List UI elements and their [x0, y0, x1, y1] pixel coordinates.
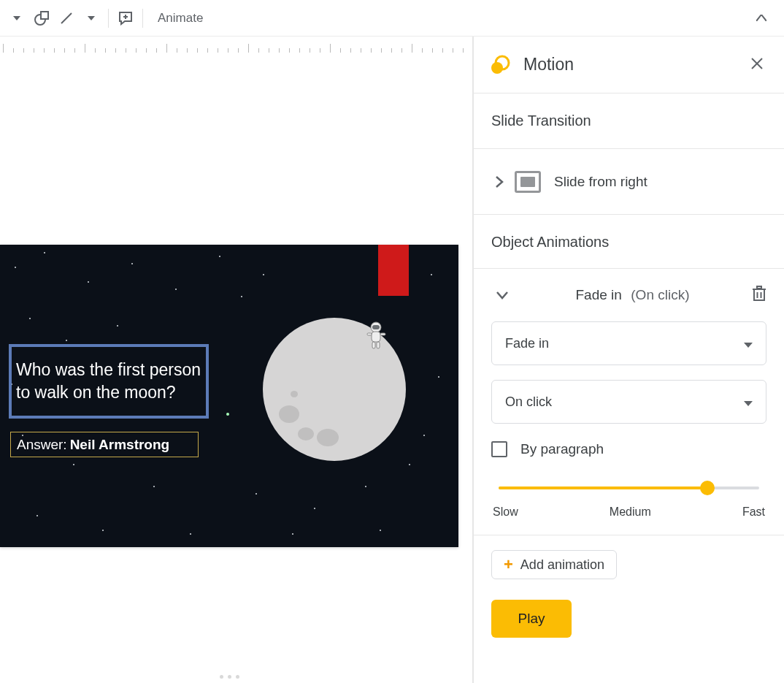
animation-name-label: Fade in: [575, 287, 621, 302]
speed-slow-label: Slow: [493, 505, 518, 519]
svg-rect-9: [380, 333, 385, 335]
question-text-box[interactable]: Who was the first person to walk on the …: [9, 344, 209, 419]
svg-rect-7: [372, 332, 380, 342]
answer-prefix: Answer:: [17, 437, 67, 453]
add-animation-label: Add animation: [520, 557, 604, 573]
animation-type-select[interactable]: Fade in: [491, 321, 766, 365]
answer-text-box[interactable]: Answer: Neil Armstrong: [10, 432, 199, 457]
motion-panel: Motion Slide Transition Slide from right…: [473, 37, 784, 683]
shape-button[interactable]: [29, 6, 54, 31]
collapse-toolbar-button[interactable]: [749, 6, 774, 31]
chevron-right-icon: [484, 175, 515, 188]
animation-type-value: Fade in: [505, 336, 549, 351]
speed-slider[interactable]: Slow Medium Fast: [491, 482, 766, 519]
svg-rect-8: [367, 333, 372, 335]
animation-trigger-select[interactable]: On click: [491, 380, 766, 424]
speaker-notes-handle[interactable]: [0, 670, 458, 683]
line-dropdown[interactable]: [79, 6, 104, 31]
question-text: Who was the first person to walk on the …: [16, 359, 201, 404]
slide-canvas-area: Who was the first person to walk on the …: [0, 37, 473, 683]
motion-icon: [490, 55, 510, 75]
panel-title: Motion: [523, 55, 574, 75]
svg-point-13: [491, 62, 503, 74]
separator: [108, 9, 109, 28]
speed-medium-label: Medium: [610, 505, 651, 519]
separator: [142, 9, 143, 28]
delete-animation-button[interactable]: [748, 281, 771, 309]
animation-trigger-label: (On click): [631, 287, 689, 302]
svg-rect-16: [754, 289, 764, 300]
red-rectangle-shape[interactable]: [378, 245, 409, 296]
dropdown-triangle-icon: [744, 394, 753, 410]
transition-row[interactable]: Slide from right: [474, 149, 784, 215]
svg-rect-1: [41, 12, 48, 19]
animate-button[interactable]: Animate: [147, 6, 213, 31]
slide-stage[interactable]: Who was the first person to walk on the …: [0, 245, 458, 547]
toolbar-dropdown-1[interactable]: [4, 6, 29, 31]
svg-rect-11: [377, 342, 380, 348]
svg-rect-10: [372, 342, 375, 348]
chevron-down-icon: [487, 291, 518, 299]
dropdown-triangle-icon: [744, 336, 753, 351]
slide-transition-heading: Slide Transition: [474, 94, 784, 149]
horizontal-ruler[interactable]: [0, 37, 472, 53]
by-paragraph-checkbox[interactable]: [491, 441, 507, 457]
slider-thumb[interactable]: [700, 481, 715, 495]
svg-line-2: [61, 13, 72, 23]
speed-fast-label: Fast: [742, 505, 765, 519]
line-button[interactable]: [54, 6, 79, 31]
close-panel-button[interactable]: [746, 51, 768, 79]
add-animation-button[interactable]: + Add animation: [491, 550, 617, 579]
animation-trigger-value: On click: [505, 394, 552, 410]
play-button[interactable]: Play: [491, 600, 572, 638]
svg-rect-6: [372, 325, 380, 329]
object-animations-heading: Object Animations: [474, 215, 784, 269]
by-paragraph-label: By paragraph: [520, 441, 604, 457]
comment-add-button[interactable]: [113, 6, 138, 31]
svg-rect-18: [757, 286, 761, 289]
slider-fill: [499, 487, 707, 489]
animation-summary-row[interactable]: Fade in (On click): [474, 269, 784, 321]
astronaut-image[interactable]: [365, 321, 387, 351]
plus-icon: +: [504, 555, 513, 574]
transition-name: Slide from right: [554, 174, 647, 190]
answer-value: Neil Armstrong: [70, 437, 170, 453]
slide-thumbnail-icon: [515, 171, 541, 193]
toolbar: Animate: [0, 0, 784, 37]
